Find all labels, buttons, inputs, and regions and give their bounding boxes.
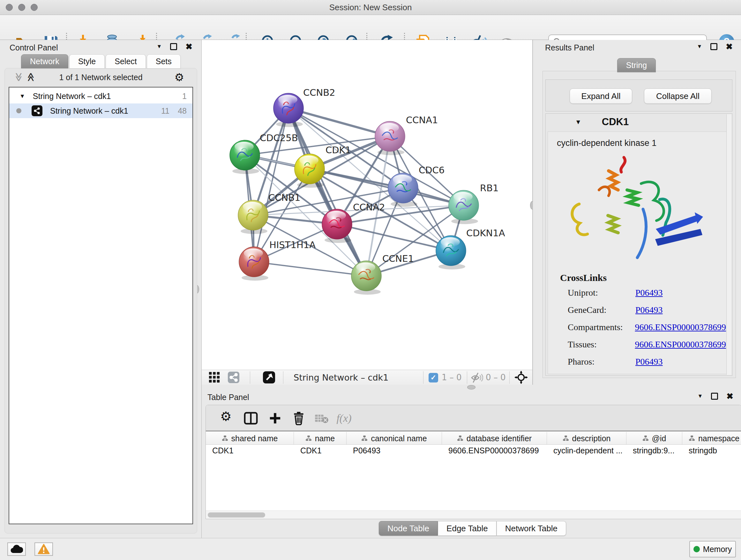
table-cell[interactable]: stringdb:9... xyxy=(626,445,682,456)
network-node-HIST1H1A[interactable]: HIST1H1A xyxy=(239,240,316,281)
scrollbar-thumb[interactable] xyxy=(208,512,265,517)
toolbar-separator xyxy=(509,371,510,384)
network-edge-HIST1H1A-CCNE1[interactable] xyxy=(254,262,366,276)
hidden-eye-icon[interactable] xyxy=(471,372,483,383)
warnings-button[interactable] xyxy=(35,543,53,556)
table-row[interactable]: CDK1CDK1P064939606.ENSP00000378699cyclin… xyxy=(206,445,741,456)
collapse-all-button[interactable]: Collapse All xyxy=(644,88,712,104)
gene-section-header[interactable]: ▼ CDK1 xyxy=(546,114,732,130)
crosshair-icon[interactable] xyxy=(514,371,529,384)
tab-network[interactable]: Network xyxy=(21,54,68,68)
toolbar-separator xyxy=(250,371,250,384)
maximize-panel-icon[interactable] xyxy=(711,393,718,400)
network-row-selected[interactable]: String Network – cdk1 11 48 xyxy=(9,104,192,118)
tab-style[interactable]: Style xyxy=(69,54,105,68)
network-edge-CCNB2-CCNA1[interactable] xyxy=(288,108,390,136)
window-title: Session: New Session xyxy=(0,0,741,15)
tab-network-table[interactable]: Network Table xyxy=(496,521,566,536)
column-header-description[interactable]: description xyxy=(547,432,626,445)
float-panel-icon[interactable]: ▼ xyxy=(697,393,703,399)
birdseye-view-icon[interactable] xyxy=(262,371,276,384)
column-header--id[interactable]: @id xyxy=(626,432,682,445)
column-header-name[interactable]: name xyxy=(294,432,347,445)
crosslink-link[interactable]: P06493 xyxy=(635,305,663,315)
network-edge-count: 48 xyxy=(178,106,187,116)
node-label-HIST1H1A: HIST1H1A xyxy=(269,240,316,250)
table-header-row: shared namenamecanonical namedatabase id… xyxy=(206,432,741,445)
crosslink-row: Tissues:9606.ENSP00000378699 xyxy=(560,339,726,350)
table-cell[interactable]: CDK1 xyxy=(294,445,347,456)
table-cell[interactable]: P06493 xyxy=(347,445,442,456)
network-options-gear-icon[interactable]: ⚙ xyxy=(175,71,184,84)
network-node-CCNA1[interactable]: CCNA1 xyxy=(375,115,438,155)
tab-node-table[interactable]: Node Table xyxy=(379,521,438,536)
network-node-CDC6[interactable]: CDC6 xyxy=(388,165,445,207)
float-panel-icon[interactable]: ▼ xyxy=(697,44,702,50)
results-panel: Results Panel ▼ ✖ String Expand All Coll… xyxy=(533,40,741,385)
network-node-CCNB2[interactable]: CCNB2 xyxy=(273,87,335,127)
tab-string[interactable]: String xyxy=(617,58,656,72)
protein-structure-image xyxy=(561,153,717,268)
cloud-status-button[interactable] xyxy=(7,543,26,556)
network-edge-CCNB2-HIST1H1A[interactable] xyxy=(254,108,288,262)
crosslink-row: Pharos:P06493 xyxy=(560,357,726,367)
table-options-gear-icon[interactable]: ⚙ xyxy=(218,408,234,424)
column-header-database-identifier[interactable]: database identifier xyxy=(442,432,547,445)
results-panel-title: Results Panel xyxy=(545,43,594,52)
tab-sets[interactable]: Sets xyxy=(147,54,181,68)
crosslink-link[interactable]: P06493 xyxy=(635,288,663,298)
node-label-CDK1: CDK1 xyxy=(326,145,351,155)
node-label-CDKN1A: CDKN1A xyxy=(466,228,505,239)
float-panel-icon[interactable]: ▼ xyxy=(156,44,162,50)
network-view-canvas[interactable]: CCNB2CCNA1CDC25BCDK1CDC6RB1CCNB1CCNA2CDK… xyxy=(202,40,532,370)
network-view-toolbar: String Network – cdk1 ✓ 1 – 0 0 – 0 xyxy=(202,370,532,385)
table-h-scrollbar[interactable] xyxy=(206,510,741,519)
share-network-icon[interactable] xyxy=(226,371,241,384)
network-node-CDKN1A[interactable]: CDKN1A xyxy=(436,228,505,269)
crosslink-link[interactable]: P06493 xyxy=(635,357,663,367)
show-columns-icon[interactable] xyxy=(243,410,259,426)
crosslink-link[interactable]: 9606.ENSP00000378699 xyxy=(635,339,726,350)
memory-button[interactable]: Memory xyxy=(689,541,736,557)
expand-all-button[interactable]: Expand All xyxy=(569,88,632,104)
maximize-panel-icon[interactable] xyxy=(711,43,718,50)
network-node-RB1[interactable]: RB1 xyxy=(449,183,499,224)
add-column-icon[interactable] xyxy=(267,410,283,426)
tab-edge-table[interactable]: Edge Table xyxy=(438,521,496,536)
gene-description: cyclin-dependent kinase 1 xyxy=(557,138,657,148)
section-caret-icon[interactable]: ▼ xyxy=(575,118,582,126)
network-node-CCNE1[interactable]: CCNE1 xyxy=(351,253,414,295)
close-panel-icon[interactable]: ✖ xyxy=(185,43,192,50)
column-header-namespace[interactable]: namespace xyxy=(682,432,741,445)
crosslink-label: Pharos: xyxy=(568,357,635,367)
cloud-icon xyxy=(10,544,23,554)
delete-column-trash-icon[interactable] xyxy=(291,410,307,426)
table-panel-title: Table Panel xyxy=(207,393,249,402)
maximize-panel-icon[interactable] xyxy=(170,43,177,50)
column-header-canonical-name[interactable]: canonical name xyxy=(347,432,442,445)
table-cell[interactable]: cyclin-dependent ... xyxy=(547,445,626,456)
crosslink-row: Uniprot:P06493 xyxy=(560,288,726,298)
table-cell[interactable]: stringdb xyxy=(682,445,741,456)
grid-view-icon[interactable] xyxy=(207,371,221,384)
table-cell[interactable]: 9606.ENSP00000378699 xyxy=(442,445,547,456)
crosslink-label: Compartments: xyxy=(568,322,635,332)
delete-table-icon-disabled xyxy=(314,410,330,426)
results-scrollbar[interactable] xyxy=(726,114,731,375)
network-collection-label: String Network – cdk1 xyxy=(33,91,111,101)
selected-nodes-checkbox[interactable]: ✓ xyxy=(428,373,438,382)
splitter-handle[interactable] xyxy=(467,385,475,389)
tab-select[interactable]: Select xyxy=(106,54,145,68)
close-panel-icon[interactable]: ✖ xyxy=(726,43,733,50)
crosslink-link[interactable]: 9606.ENSP00000378699 xyxy=(635,322,726,332)
column-header-shared-name[interactable]: shared name xyxy=(206,432,294,445)
string-results-box: Expand All Collapse All ▼ CDK1 cyclin-de… xyxy=(542,71,736,378)
table-cell[interactable]: CDK1 xyxy=(206,445,294,456)
tree-expand-caret-icon[interactable]: ▼ xyxy=(19,93,25,100)
close-panel-icon[interactable]: ✖ xyxy=(726,393,733,400)
network-tree: ▼ String Network – cdk1 1 String Network… xyxy=(9,87,193,524)
crosslink-row: GeneCard:P06493 xyxy=(560,305,726,315)
network-collection-row[interactable]: ▼ String Network – cdk1 1 xyxy=(9,89,192,104)
node-label-CCNE1: CCNE1 xyxy=(382,253,414,264)
node-label-RB1: RB1 xyxy=(480,183,499,193)
